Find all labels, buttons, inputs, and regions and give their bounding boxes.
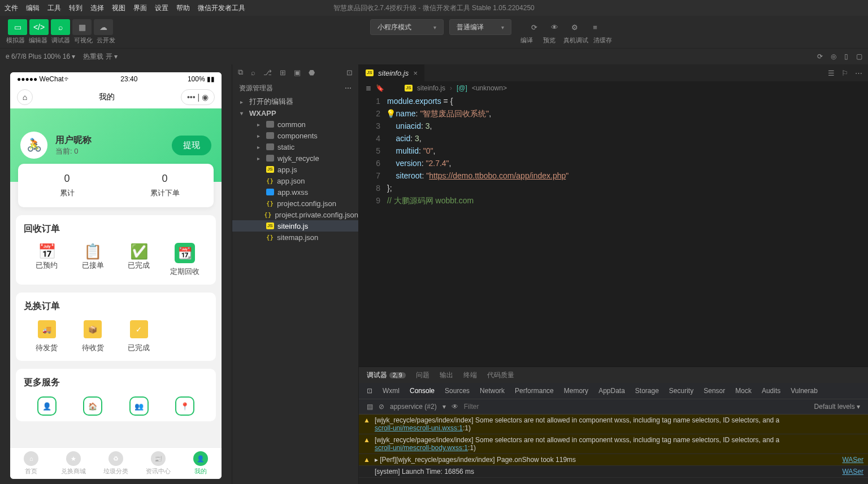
hot-reload[interactable]: 热重载 开 ▾ — [83, 52, 118, 62]
folder-wjyk-recycle[interactable]: ▸wjyk_recycle — [232, 152, 358, 164]
source-link[interactable]: WASer — [842, 456, 863, 464]
tab-mock[interactable]: Mock — [735, 387, 752, 395]
tab-console[interactable]: Console — [410, 387, 435, 395]
source-link[interactable]: scroll-uni/mescroll-uni.wxss:1 — [375, 424, 463, 432]
tab-memory[interactable]: Memory — [564, 387, 588, 395]
tab-news[interactable]: 📰资讯中心 — [137, 448, 179, 479]
file-app-js[interactable]: JSapp.js — [232, 164, 358, 175]
group-wxapp[interactable]: ▾WXAPP — [232, 107, 358, 119]
console-output[interactable]: ▲ [wjyk_recycle/pages/index/index] Some … — [359, 415, 868, 484]
editor-tab[interactable]: JS siteinfo.js × — [359, 64, 424, 81]
tab-problems[interactable]: 问题 — [416, 370, 429, 380]
tab-sensor[interactable]: Sensor — [704, 387, 725, 395]
source-link[interactable]: scroll-uni/mescroll-body.wxss:1 — [375, 444, 468, 452]
refresh-icon[interactable]: ⟳ — [817, 53, 823, 60]
bc-file[interactable]: siteinfo.js — [417, 84, 445, 92]
stat-item[interactable]: 0累计 — [18, 173, 116, 198]
source-link[interactable]: WASer — [842, 468, 863, 476]
folder-components[interactable]: ▸components — [232, 130, 358, 141]
home-icon[interactable]: ⌂ — [17, 89, 33, 105]
more-icon[interactable]: ▢ — [856, 53, 862, 60]
compile-button[interactable]: ⟳ — [525, 19, 543, 35]
bookmark-icon[interactable]: ⚐ — [841, 69, 848, 77]
order-done[interactable]: ✅已完成 — [116, 243, 162, 277]
tab-appdata[interactable]: AppData — [598, 387, 625, 395]
menu-item[interactable]: 视图 — [112, 3, 125, 13]
filter-input[interactable] — [464, 403, 809, 411]
sidebar-toggle-icon[interactable]: ▤ — [367, 403, 373, 411]
eye-icon[interactable]: 👁 — [452, 403, 458, 411]
more-icon[interactable]: ⊡ — [346, 68, 353, 77]
file-app-json[interactable]: {}app.json — [232, 175, 358, 186]
ext-icon[interactable]: ⊞ — [280, 68, 286, 77]
file-project-private-config[interactable]: {}project.private.config.json — [232, 209, 358, 220]
tab-output[interactable]: 输出 — [440, 370, 453, 380]
compile-select[interactable]: 普通编译 — [449, 19, 511, 35]
tab-home[interactable]: ⌂首页 — [10, 448, 53, 479]
file-sitemap-json[interactable]: {}sitemap.json — [232, 232, 358, 243]
order-booked[interactable]: 📅已预约 — [24, 243, 70, 277]
exchange-done[interactable]: ✓已完成 — [116, 320, 162, 353]
tab-mine[interactable]: 👤我的 — [179, 448, 222, 479]
search-icon[interactable]: ⌕ — [251, 68, 255, 77]
bc-list-icon[interactable]: ≣ — [366, 84, 371, 92]
context-select[interactable]: appservice (#2) ▾ — [390, 403, 446, 411]
tab-debugger[interactable]: 调试器2, 9 — [367, 370, 406, 380]
files-icon[interactable]: ⧉ — [238, 68, 243, 77]
debugger-toggle[interactable]: ⌕ — [51, 19, 70, 35]
service-item[interactable]: 👤 — [24, 396, 70, 419]
menu-item[interactable]: 界面 — [133, 3, 147, 13]
mode-select[interactable]: 小程序模式 — [370, 19, 444, 35]
withdraw-button[interactable]: 提现 — [172, 136, 211, 155]
tab-sort[interactable]: ♻垃圾分类 — [95, 448, 137, 479]
inspect-icon[interactable]: ⊡ — [367, 387, 372, 395]
menu-item[interactable]: 文件 — [5, 3, 18, 13]
tab-vulnerability[interactable]: Vulnerab — [791, 387, 818, 395]
visual-toggle[interactable]: ▦ — [72, 19, 92, 35]
editor-toggle[interactable]: </> — [29, 19, 49, 35]
close-icon[interactable]: × — [413, 69, 418, 77]
tab-quality[interactable]: 代码质量 — [487, 370, 514, 380]
menu-item[interactable]: 转到 — [69, 3, 83, 13]
tab-sources[interactable]: Sources — [445, 387, 470, 395]
more-icon[interactable]: ⋯ — [345, 84, 351, 92]
menu-item[interactable]: 工具 — [47, 3, 61, 13]
group-open-editors[interactable]: ▸打开的编辑器 — [232, 96, 358, 107]
tab-network[interactable]: Network — [480, 387, 505, 395]
lightbulb-icon[interactable]: 💡 — [386, 108, 396, 119]
menu-item[interactable]: 选择 — [90, 3, 104, 13]
menu-item[interactable]: 编辑 — [26, 3, 40, 13]
service-item[interactable]: 🏠 — [70, 396, 116, 419]
folder-static[interactable]: ▸static — [232, 141, 358, 152]
menu-item[interactable]: 设置 — [155, 3, 168, 13]
bc-bookmark-icon[interactable]: 🔖 — [376, 84, 384, 92]
menu-item[interactable]: 微信开发者工具 — [198, 3, 245, 13]
tab-mall[interactable]: ★兑换商城 — [53, 448, 95, 479]
order-regular[interactable]: 📆定期回收 — [162, 243, 209, 277]
record-icon[interactable]: ◎ — [831, 53, 836, 60]
preview-button[interactable]: 👁 — [545, 19, 563, 35]
stat-item[interactable]: 0累计下单 — [116, 173, 214, 198]
device-select[interactable]: e 6/7/8 Plus 100% 16 ▾ — [6, 53, 75, 60]
bc-symbol[interactable]: <unknown> — [472, 84, 507, 92]
tab-security[interactable]: Security — [669, 387, 693, 395]
file-siteinfo-js[interactable]: JSsiteinfo.js — [232, 220, 358, 232]
file-project-config[interactable]: {}project.config.json — [232, 198, 358, 209]
simulator-toggle[interactable]: ▭ — [8, 19, 27, 35]
tab-wxml[interactable]: Wxml — [383, 387, 400, 395]
tab-terminal[interactable]: 终端 — [463, 370, 477, 380]
ext2-icon[interactable]: ▣ — [294, 68, 301, 77]
clear-console-icon[interactable]: ⊘ — [379, 403, 384, 411]
file-app-wxss[interactable]: app.wxss — [232, 186, 358, 198]
cloud-dev[interactable]: ☁ — [94, 19, 113, 35]
device-icon[interactable]: ▯ — [844, 53, 848, 60]
to-receive[interactable]: 📦待收货 — [70, 320, 116, 353]
service-item[interactable]: 👥 — [116, 396, 162, 419]
to-ship[interactable]: 🚚待发货 — [24, 320, 70, 353]
bug-icon[interactable]: ⬣ — [309, 68, 315, 77]
order-accepted[interactable]: 📋已接单 — [70, 243, 116, 277]
git-icon[interactable]: ⎇ — [263, 68, 272, 77]
remote-debug-button[interactable]: ⚙ — [566, 19, 584, 35]
tab-audits[interactable]: Audits — [762, 387, 780, 395]
more-icon[interactable]: ⋯ — [855, 69, 862, 77]
